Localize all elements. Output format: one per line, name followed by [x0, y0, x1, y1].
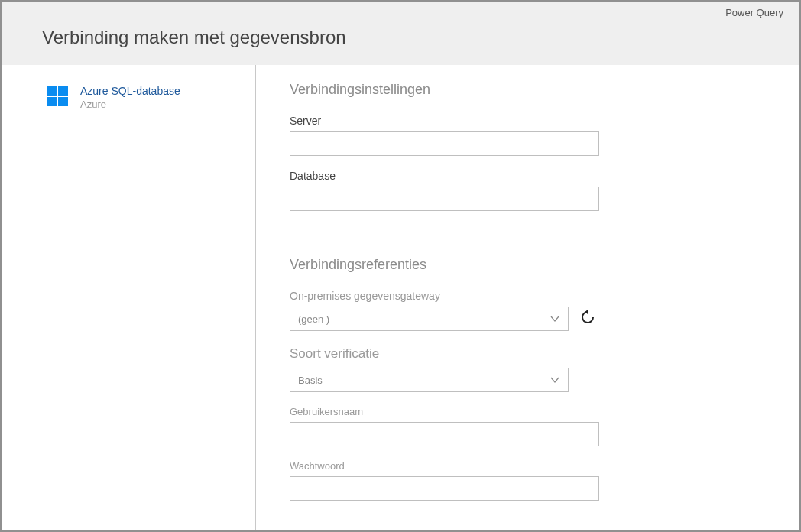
refresh-icon	[580, 310, 595, 328]
chevron-down-icon	[550, 313, 560, 324]
gateway-dropdown[interactable]: (geen )	[290, 307, 569, 331]
connection-settings-heading: Verbindingsinstellingen	[290, 82, 768, 98]
sidebar: Azure SQL-database Azure	[2, 65, 256, 530]
gateway-label: On-premises gegevensgateway	[290, 290, 768, 302]
svg-marker-4	[585, 310, 589, 314]
gateway-dropdown-value: (geen )	[298, 313, 329, 325]
page-title: Verbinding maken met gegevensbron	[42, 27, 785, 48]
password-input[interactable]	[290, 476, 599, 501]
server-label: Server	[290, 115, 768, 127]
password-label: Wachtwoord	[290, 460, 768, 472]
data-source-item[interactable]: Azure SQL-database Azure	[47, 85, 246, 110]
svg-rect-2	[47, 97, 57, 106]
gateway-refresh-button[interactable]	[579, 310, 596, 327]
username-label: Gebruikersnaam	[290, 406, 768, 417]
auth-kind-dropdown[interactable]: Basis	[290, 368, 569, 392]
svg-rect-0	[47, 86, 57, 96]
data-source-text: Azure SQL-database Azure	[80, 85, 180, 110]
data-source-title: Azure SQL-database	[80, 85, 180, 97]
svg-rect-1	[58, 86, 68, 96]
main-pane: Verbindingsinstellingen Server Database …	[256, 65, 799, 530]
chevron-down-icon	[550, 375, 560, 385]
windows-logo-icon	[47, 85, 70, 108]
connection-credentials-heading: Verbindingsreferenties	[290, 257, 768, 273]
server-field-block: Server	[290, 115, 768, 156]
header: Power Query Verbinding maken met gegeven…	[2, 2, 799, 65]
server-input[interactable]	[290, 131, 599, 156]
database-label: Database	[290, 170, 768, 182]
data-source-subtitle: Azure	[80, 99, 180, 110]
body: Azure SQL-database Azure Verbindingsinst…	[2, 65, 799, 530]
auth-kind-label: Soort verificatie	[290, 346, 768, 362]
database-input[interactable]	[290, 187, 599, 211]
window-frame: Power Query Verbinding maken met gegeven…	[0, 0, 801, 532]
database-field-block: Database	[290, 170, 768, 211]
app-name-label: Power Query	[725, 7, 783, 18]
username-input[interactable]	[290, 422, 599, 446]
auth-kind-dropdown-value: Basis	[298, 375, 323, 386]
svg-rect-3	[58, 97, 68, 106]
